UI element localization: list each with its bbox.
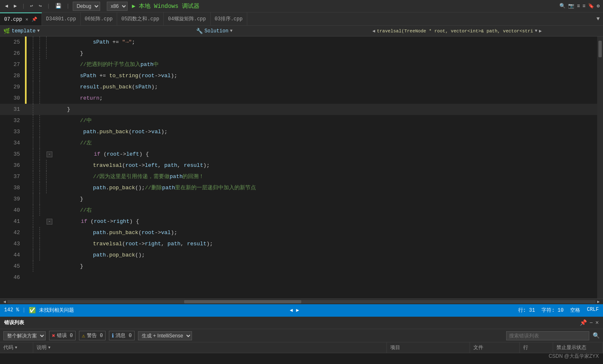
horizontal-scrollbar[interactable]: ◀ ▶ xyxy=(0,298,603,304)
tab-06juzhen[interactable]: 06矩阵.cpp xyxy=(81,12,117,25)
col-file[interactable]: 文件 xyxy=(470,342,520,353)
panel-minimize-btn[interactable]: − xyxy=(589,320,593,326)
code-text-29[interactable]: result.push_back(sPath); xyxy=(52,81,597,93)
gen-filter-dropdown[interactable]: 生成 + IntelliSense xyxy=(138,331,192,340)
code-text-36[interactable]: travelsal(root->left, path, result); xyxy=(52,160,597,171)
scrollbar-thumb[interactable] xyxy=(598,41,602,57)
col-code[interactable]: 代码 ▼ xyxy=(0,342,33,353)
code-text-43[interactable]: travelsal(root->right, path, result); xyxy=(52,238,597,249)
panel-pin-icon[interactable]: 📌 xyxy=(580,319,587,326)
nav-left-icon[interactable]: ◀ xyxy=(372,28,375,34)
warning-badge[interactable]: ⚠ 警告 0 xyxy=(79,331,106,340)
code-text-25[interactable]: sPath += "→"; xyxy=(52,37,597,48)
code-text-38[interactable]: path.pop_back();//删除path里在新的一层递归中加入的新节点 xyxy=(52,182,597,193)
code-text-39[interactable]: } xyxy=(52,193,597,205)
settings-icon[interactable]: ⚙ xyxy=(597,3,600,9)
h-scroll-left-btn[interactable]: ◀ xyxy=(2,299,7,304)
arch-dropdown[interactable]: x86 xyxy=(107,2,128,11)
code-line-36[interactable]: 36 travelsal(root->left, path, result); xyxy=(0,160,597,171)
vertical-scrollbar[interactable] xyxy=(597,37,603,298)
solution-dropdown-arrow[interactable]: ▼ xyxy=(230,29,233,33)
tab-07cpp-pin[interactable]: ✕ xyxy=(25,17,28,22)
nav-right-icon[interactable]: ▶ xyxy=(539,28,542,34)
message-badge[interactable]: ℹ 消息 0 xyxy=(109,331,134,340)
code-line-29[interactable]: 29 result.push_back(sPath); xyxy=(0,81,597,93)
code-line-46[interactable]: 46 xyxy=(0,272,597,283)
file-dropdown-arrow[interactable]: ▼ xyxy=(37,29,40,33)
encoding-indicator[interactable]: 空格 xyxy=(570,307,580,314)
scope-dropdown[interactable]: 整个解决方案 xyxy=(3,331,46,340)
search-icon[interactable]: 🔍 xyxy=(559,3,566,9)
code-text-44[interactable]: path.pop_back(); xyxy=(52,249,597,261)
code-line-45[interactable]: 45 } xyxy=(0,261,597,272)
h-scroll-right-btn[interactable]: ▶ xyxy=(596,299,601,304)
tab-05sishuzhi[interactable]: 05四数之和.cpp xyxy=(117,12,164,25)
code-line-38[interactable]: 38 path.pop_back();//删除path里在新的一层递归中加入的新… xyxy=(0,182,597,193)
toolbar-fwd-btn[interactable]: ▶ xyxy=(12,2,18,10)
code-line-27[interactable]: 27 //把遇到的叶子节点加入path中 xyxy=(0,59,597,70)
bookmark-icon[interactable]: 🔖 xyxy=(588,3,594,9)
fold-btn-35[interactable]: - xyxy=(47,151,52,157)
col-indicator[interactable]: 字符: 10 xyxy=(541,307,564,314)
code-line-40[interactable]: 40 //右 xyxy=(0,205,597,216)
tab-overflow-btn[interactable]: ▼ xyxy=(593,12,603,25)
camera-icon[interactable]: 📷 xyxy=(568,3,574,9)
code-line-33[interactable]: 33 path.push_back(root->val); xyxy=(0,126,597,137)
line-ending-indicator[interactable]: CRLF xyxy=(587,307,599,314)
code-text-45[interactable]: } xyxy=(52,261,597,272)
tab-04luoxuan[interactable]: 04螺旋矩阵.cpp xyxy=(164,12,210,25)
toolbar-back-btn[interactable]: ◀ xyxy=(3,2,10,10)
code-text-30[interactable]: return; xyxy=(52,93,597,104)
col-desc[interactable]: 说明 ▼ xyxy=(33,342,387,353)
toolbar-undo-btn[interactable]: ↩ xyxy=(28,2,34,10)
code-text-40[interactable]: //右 xyxy=(52,205,597,216)
code-text-42[interactable]: path.push_back(root->val); xyxy=(52,227,597,238)
h-scroll-nav-left[interactable]: ◀ xyxy=(290,307,293,313)
error-search-icon[interactable]: 🔍 xyxy=(593,332,600,339)
code-text-35[interactable]: if (root->left) { xyxy=(53,149,597,160)
code-line-37[interactable]: 37 //因为这里是引用传递，需要做path的回溯！ xyxy=(0,171,597,182)
code-text-31[interactable]: } xyxy=(52,104,597,115)
error-badge[interactable]: ✖ 错误 0 xyxy=(49,331,76,340)
code-line-30[interactable]: 30 return; xyxy=(0,93,597,104)
code-text-27[interactable]: //把遇到的叶子节点加入path中 xyxy=(52,59,597,70)
code-text-34[interactable]: //左 xyxy=(52,137,597,149)
code-line-35[interactable]: 35- if (root->left) { xyxy=(0,149,597,160)
col-proj[interactable]: 项目 xyxy=(387,342,470,353)
code-text-37[interactable]: //因为这里是引用传递，需要做path的回溯！ xyxy=(52,171,597,182)
code-text-26[interactable]: } xyxy=(52,48,597,59)
code-text-28[interactable]: sPath += to_string(root->val); xyxy=(52,70,597,81)
h-scroll-thumb[interactable] xyxy=(184,300,302,303)
func-dropdown-arrow[interactable]: ▼ xyxy=(535,29,537,33)
col-suppress[interactable]: 禁止显示状态 xyxy=(553,342,603,353)
debug-config-dropdown[interactable]: Debug xyxy=(73,2,100,11)
row-indicator[interactable]: 行: 31 xyxy=(518,307,535,314)
fold-btn-41[interactable]: - xyxy=(47,219,52,225)
code-line-25[interactable]: 25 sPath += "→"; xyxy=(0,37,597,48)
code-line-44[interactable]: 44 path.pop_back(); xyxy=(0,249,597,261)
code-line-34[interactable]: 34 //左 xyxy=(0,137,597,149)
code-line-31[interactable]: 31 } xyxy=(0,104,597,115)
file-name-label[interactable]: template xyxy=(12,28,36,34)
code-text-41[interactable]: if (root->right) { xyxy=(53,216,597,227)
tab-07cpp[interactable]: 07.cpp ✕ 📌 xyxy=(0,12,42,25)
error-search-input[interactable] xyxy=(506,331,589,340)
code-line-42[interactable]: 42 path.push_back(root->val); xyxy=(0,227,597,238)
code-line-28[interactable]: 28 sPath += to_string(root->val); xyxy=(0,70,597,81)
toolbar-redo-btn[interactable]: ↪ xyxy=(37,2,44,10)
solution-label[interactable]: Solution xyxy=(204,28,229,34)
tab-07cpp-pin2[interactable]: 📌 xyxy=(32,17,37,22)
run-btn[interactable]: ▶ 本地 Windows 调试器 xyxy=(130,2,201,11)
toolbar-save-btn[interactable]: 💾 xyxy=(54,2,63,10)
code-line-26[interactable]: 26 } xyxy=(0,48,597,59)
code-line-41[interactable]: 41- if (root->right) { xyxy=(0,216,597,227)
code-line-32[interactable]: 32 //中 xyxy=(0,115,597,126)
tab-D34801cpp[interactable]: D34801.cpp xyxy=(42,12,81,25)
panel-close-btn[interactable]: × xyxy=(596,320,599,326)
h-scroll-nav-right[interactable]: ▶ xyxy=(296,307,299,313)
zoom-level[interactable]: 142 % xyxy=(4,307,19,313)
code-line-43[interactable]: 43 travelsal(root->right, path, result); xyxy=(0,238,597,249)
tab-03paixu[interactable]: 03排序.cpp xyxy=(211,12,247,25)
col-line[interactable]: 行 xyxy=(520,342,553,353)
code-text-33[interactable]: path.push_back(root->val); xyxy=(52,126,597,137)
